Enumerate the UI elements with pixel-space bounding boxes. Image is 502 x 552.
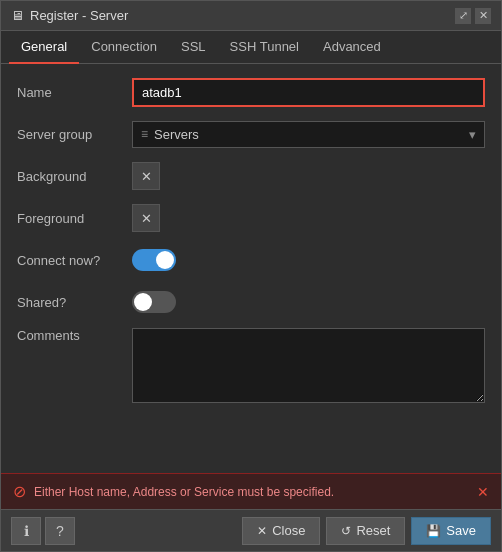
question-icon: ? [56,523,64,539]
background-clear-button[interactable]: ✕ [132,162,160,190]
error-bar: ⊘ Either Host name, Address or Service m… [1,473,501,509]
close-window-button[interactable]: ✕ [475,8,491,24]
name-label: Name [17,85,132,100]
footer-left: ℹ ? [11,517,75,545]
expand-button[interactable]: ⤢ [455,8,471,24]
error-icon: ⊘ [13,482,26,501]
tab-connection[interactable]: Connection [79,31,169,64]
name-control [132,78,485,107]
background-row: Background ✕ [17,160,485,192]
save-label: Save [446,523,476,538]
server-group-value: Servers [154,127,199,142]
background-control: ✕ [132,162,485,190]
shared-row: Shared? [17,286,485,318]
background-label: Background [17,169,132,184]
foreground-row: Foreground ✕ [17,202,485,234]
register-server-dialog: 🖥 Register - Server ⤢ ✕ General Connecti… [0,0,502,552]
error-close-button[interactable]: ✕ [477,484,489,500]
form-content: Name Server group ≡ Servers ▾ Background [1,64,501,473]
shared-control [132,291,485,313]
name-input[interactable] [132,78,485,107]
tab-general[interactable]: General [9,31,79,64]
comments-row: Comments [17,328,485,406]
close-button[interactable]: ✕ Close [242,517,320,545]
tab-ssl[interactable]: SSL [169,31,218,64]
error-message: Either Host name, Address or Service mus… [34,485,469,499]
close-icon: ✕ [257,524,267,538]
window-title: Register - Server [30,8,128,23]
comments-textarea[interactable] [132,328,485,403]
foreground-label: Foreground [17,211,132,226]
connect-now-control [132,249,485,271]
footer: ℹ ? ✕ Close ↺ Reset 💾 Save [1,509,501,551]
comments-label: Comments [17,328,132,343]
info-icon: ℹ [24,523,29,539]
server-group-label: Server group [17,127,132,142]
server-group-control: ≡ Servers ▾ [132,121,485,148]
server-group-select[interactable]: ≡ Servers ▾ [132,121,485,148]
tabs-bar: General Connection SSL SSH Tunnel Advanc… [1,31,501,64]
close-label: Close [272,523,305,538]
server-group-row: Server group ≡ Servers ▾ [17,118,485,150]
shared-label: Shared? [17,295,132,310]
info-button[interactable]: ℹ [11,517,41,545]
foreground-clear-button[interactable]: ✕ [132,204,160,232]
title-bar: 🖥 Register - Server ⤢ ✕ [1,1,501,31]
tab-advanced[interactable]: Advanced [311,31,393,64]
save-button[interactable]: 💾 Save [411,517,491,545]
servers-icon: ≡ [141,127,148,141]
footer-right: ✕ Close ↺ Reset 💾 Save [242,517,491,545]
window-icon: 🖥 [11,8,24,23]
connect-now-label: Connect now? [17,253,132,268]
name-row: Name [17,76,485,108]
foreground-control: ✕ [132,204,485,232]
reset-icon: ↺ [341,524,351,538]
connect-now-toggle[interactable] [132,249,176,271]
connect-now-row: Connect now? [17,244,485,276]
tab-ssh-tunnel[interactable]: SSH Tunnel [218,31,311,64]
toggle-knob [156,251,174,269]
title-bar-left: 🖥 Register - Server [11,8,128,23]
help-button[interactable]: ? [45,517,75,545]
shared-toggle[interactable] [132,291,176,313]
shared-toggle-knob [134,293,152,311]
chevron-down-icon: ▾ [469,127,476,142]
reset-button[interactable]: ↺ Reset [326,517,405,545]
title-bar-right: ⤢ ✕ [455,8,491,24]
save-icon: 💾 [426,524,441,538]
comments-control [132,328,485,406]
reset-label: Reset [356,523,390,538]
